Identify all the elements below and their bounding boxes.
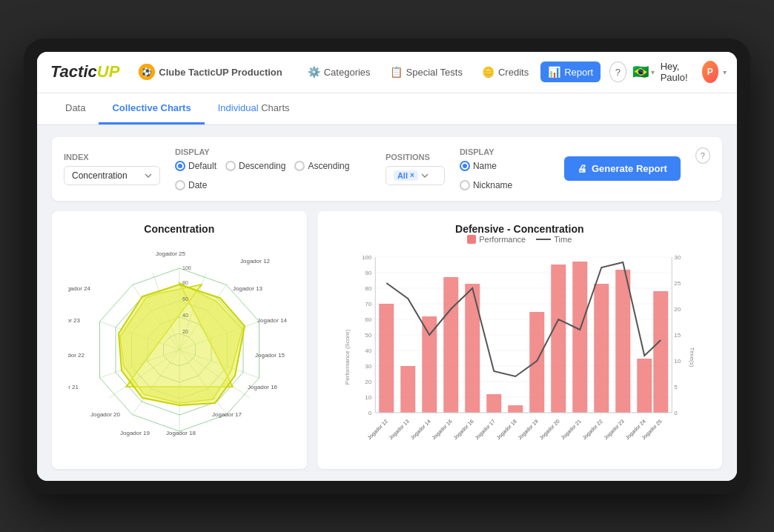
nav-special-tests[interactable]: 📋 Special Tests <box>383 61 470 82</box>
charts-row: Concentration <box>52 211 722 469</box>
flag-icon: 🇧🇷 <box>632 64 649 80</box>
svg-text:40: 40 <box>182 313 188 318</box>
svg-text:Jogador 21: Jogador 21 <box>68 384 79 390</box>
svg-text:Jogador 18: Jogador 18 <box>495 418 518 441</box>
bar-jogador19 <box>529 312 544 413</box>
positions-tag: All × <box>394 170 418 181</box>
tab-individual-blue: Individual <box>218 102 259 113</box>
bar-jogador23 <box>615 270 630 413</box>
index-filter-group: Index Concentration <box>64 153 160 185</box>
svg-text:10: 10 <box>365 394 371 401</box>
svg-text:Jogador 13: Jogador 13 <box>233 285 263 292</box>
nav-credits[interactable]: 🪙 Credits <box>474 61 536 82</box>
bar-jogador17 <box>486 394 501 413</box>
svg-text:Jogador 19: Jogador 19 <box>517 418 540 441</box>
positions-chevron-icon <box>421 173 429 178</box>
bar-jogador16a <box>443 277 458 413</box>
bar-jogador16b <box>465 284 480 413</box>
logo-tactic: Tactic <box>50 62 97 81</box>
svg-text:60: 60 <box>182 296 188 302</box>
nav-right: ? 🇧🇷 ▾ Hey, Paulo! P ▾ <box>609 61 727 83</box>
bar-jogador20 <box>551 265 566 413</box>
tabs-bar: Data Collective Charts Individual Charts <box>37 93 737 125</box>
legend-time-label: Time <box>554 235 572 244</box>
svg-text:Jogador 24: Jogador 24 <box>68 285 91 292</box>
svg-text:Jogador 23: Jogador 23 <box>603 418 626 441</box>
svg-text:Jogador 13: Jogador 13 <box>388 418 411 441</box>
nav-categories[interactable]: ⚙️ Categories <box>300 61 378 82</box>
help-button[interactable]: ? <box>609 61 626 82</box>
svg-marker-20 <box>119 285 245 405</box>
svg-text:Performance (Score): Performance (Score) <box>344 329 351 385</box>
radio-default[interactable]: Default <box>175 161 216 171</box>
radio-date[interactable]: Date <box>175 180 207 190</box>
flag-chevron: ▾ <box>651 68 655 76</box>
svg-text:80: 80 <box>182 280 188 285</box>
index-select[interactable]: Concentration <box>64 166 160 185</box>
svg-text:30: 30 <box>674 254 681 261</box>
svg-text:Jogador 12: Jogador 12 <box>366 418 389 441</box>
tab-data[interactable]: Data <box>52 93 99 124</box>
radio-name[interactable]: Name <box>460 161 497 171</box>
svg-text:100: 100 <box>361 254 371 261</box>
display-label: Display <box>175 147 371 156</box>
svg-text:Jogador 23: Jogador 23 <box>68 317 81 324</box>
bar-jogador12 <box>379 304 394 413</box>
svg-text:15: 15 <box>674 332 681 339</box>
user-greeting: Hey, Paulo! <box>661 61 698 83</box>
display-radio-group: Default Descending Ascending Date <box>175 161 371 190</box>
radar-svg: 20 40 60 80 100 Jogador 25 Jogador 12 Jo… <box>68 242 291 446</box>
radio-descending[interactable]: Descending <box>225 161 285 171</box>
radio-ascending[interactable]: Ascending <box>294 161 349 171</box>
nav-report[interactable]: 📊 Report <box>540 61 601 82</box>
radio-ascending-dot <box>294 161 305 171</box>
app-logo[interactable]: TacticUP <box>50 62 119 82</box>
user-chevron: ▾ <box>723 68 727 76</box>
bar-jogador13 <box>400 366 415 413</box>
svg-text:5: 5 <box>674 384 678 390</box>
chart-help-button[interactable]: ? <box>695 147 710 164</box>
svg-text:Jogador 21: Jogador 21 <box>560 418 583 441</box>
credits-label: Credits <box>498 67 529 78</box>
radar-chart-card: Concentration <box>52 211 307 469</box>
svg-text:80: 80 <box>365 285 371 292</box>
legend-performance-label: Performance <box>479 235 526 244</box>
positions-select[interactable]: All × <box>386 166 445 185</box>
legend-time-line <box>536 239 551 240</box>
svg-text:25: 25 <box>674 280 681 287</box>
screen: TacticUP ⚽ Clube TacticUP Production ⚙️ … <box>37 52 737 481</box>
positions-filter-group: Positions All × <box>386 153 445 185</box>
svg-text:20: 20 <box>365 379 371 385</box>
nav-club[interactable]: ⚽ Clube TacticUP Production <box>131 59 289 84</box>
radio-nickname[interactable]: Nickname <box>460 180 512 190</box>
report-icon: 📊 <box>548 66 560 78</box>
display-filter-group: Display Default Descending Ascending <box>175 147 371 190</box>
generate-report-button[interactable]: 🖨 Generate Report <box>564 156 681 181</box>
flag-selector[interactable]: 🇧🇷 ▾ <box>632 64 655 80</box>
user-menu[interactable]: Hey, Paulo! P ▾ <box>661 61 727 83</box>
radar-chart-container: 20 40 60 80 100 Jogador 25 Jogador 12 Jo… <box>68 242 291 450</box>
positions-label: Positions <box>386 153 445 162</box>
bar-jogador22 <box>594 284 609 413</box>
display2-filter-group: Display Name Nickname <box>460 147 549 190</box>
categories-label: Categories <box>324 67 371 78</box>
svg-text:30: 30 <box>365 363 371 370</box>
device-frame: TacticUP ⚽ Clube TacticUP Production ⚙️ … <box>24 39 750 494</box>
svg-text:90: 90 <box>365 270 371 276</box>
display2-label: Display <box>460 147 549 156</box>
club-icon: ⚽ <box>139 64 155 80</box>
tab-individual-charts[interactable]: Individual Charts <box>205 93 303 124</box>
index-chevron-icon <box>145 173 152 178</box>
svg-text:Jogador 18: Jogador 18 <box>166 430 196 436</box>
svg-text:Jogador 16: Jogador 16 <box>248 384 278 390</box>
radio-default-dot <box>175 161 185 171</box>
svg-text:0: 0 <box>674 410 678 416</box>
tab-collective-charts[interactable]: Collective Charts <box>99 93 204 124</box>
bar-chart-svg: 0 10 20 30 40 50 60 70 80 90 100 <box>329 250 710 457</box>
tag-close-icon[interactable]: × <box>410 171 414 179</box>
svg-text:10: 10 <box>674 358 681 365</box>
svg-text:Jogador 25: Jogador 25 <box>156 250 186 257</box>
svg-text:Jogador 12: Jogador 12 <box>240 258 271 265</box>
club-name: Clube TacticUP Production <box>159 67 282 78</box>
svg-text:Jogador 16: Jogador 16 <box>431 418 454 441</box>
